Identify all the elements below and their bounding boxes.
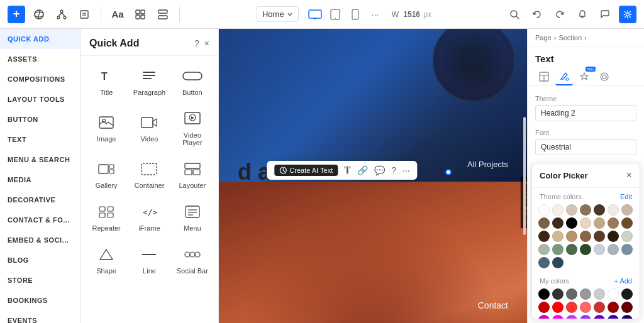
theme-color-swatch[interactable] <box>621 231 633 242</box>
add-iframe-item[interactable]: </> iFrame <box>128 197 170 238</box>
add-line-item[interactable]: Line <box>128 239 170 281</box>
theme-color-swatch[interactable] <box>580 204 591 216</box>
sidebar-item-compositions[interactable]: COMPOSITIONS <box>0 69 80 89</box>
my-color-swatch[interactable] <box>621 315 633 319</box>
add-title-item[interactable]: T Title <box>86 61 127 102</box>
tab-animate[interactable]: Beta <box>575 68 593 85</box>
font-select[interactable]: Questrial <box>535 139 636 155</box>
my-color-swatch[interactable] <box>594 315 605 319</box>
more-options-button[interactable]: ··· <box>367 6 384 23</box>
theme-color-swatch[interactable] <box>566 231 577 242</box>
theme-color-swatch[interactable] <box>538 231 550 242</box>
notifications-icon[interactable] <box>574 6 591 23</box>
theme-color-swatch[interactable] <box>608 217 619 229</box>
ai-toolbar-bold[interactable]: 𝐓 <box>344 165 351 176</box>
sidebar-item-contact[interactable]: CONTACT & FO... <box>0 210 80 230</box>
sidebar-item-bookings[interactable]: BOOKINGS <box>0 290 80 310</box>
grid-icon[interactable] <box>154 6 172 23</box>
my-color-swatch[interactable] <box>594 302 605 313</box>
theme-color-swatch[interactable] <box>566 217 577 229</box>
desktop-view-button[interactable] <box>306 6 324 23</box>
text-icon[interactable]: Aa <box>109 6 126 23</box>
search-icon[interactable] <box>506 6 523 23</box>
add-gallery-item[interactable]: Gallery <box>86 154 127 195</box>
my-color-swatch[interactable] <box>552 315 564 319</box>
ai-toolbar-link[interactable]: 🔗 <box>357 165 368 175</box>
add-color-link[interactable]: + Add <box>614 277 632 285</box>
selection-handle[interactable] <box>445 169 452 175</box>
theme-color-swatch[interactable] <box>608 244 619 255</box>
theme-color-swatch[interactable] <box>580 231 591 242</box>
theme-color-swatch[interactable] <box>621 244 633 255</box>
add-video-player-item[interactable]: Video Player <box>172 104 213 153</box>
ai-toolbar-more[interactable]: ··· <box>402 165 410 175</box>
pages-icon[interactable] <box>75 6 93 23</box>
add-repeater-item[interactable]: Repeater <box>86 197 127 238</box>
theme-color-swatch[interactable] <box>621 204 633 216</box>
theme-color-swatch[interactable] <box>580 244 591 255</box>
theme-color-swatch[interactable] <box>594 217 605 229</box>
my-color-swatch[interactable] <box>566 288 577 300</box>
chat-icon[interactable] <box>596 6 614 23</box>
my-color-swatch[interactable] <box>538 288 550 300</box>
redo-button[interactable] <box>551 6 569 23</box>
add-image-item[interactable]: Image <box>86 104 127 153</box>
my-color-swatch[interactable] <box>580 315 591 319</box>
theme-color-swatch[interactable] <box>621 217 633 229</box>
theme-color-swatch[interactable] <box>552 244 564 255</box>
theme-color-swatch[interactable] <box>566 204 577 216</box>
theme-color-swatch[interactable] <box>594 204 605 216</box>
sidebar-item-blog[interactable]: BLOG <box>0 250 80 270</box>
theme-color-swatch[interactable] <box>608 204 619 216</box>
add-shape-item[interactable]: Shape <box>86 239 127 281</box>
sidebar-item-layout-tools[interactable]: LaYout Tools <box>0 89 80 109</box>
theme-color-swatch[interactable] <box>594 244 605 255</box>
theme-color-swatch[interactable] <box>538 257 550 268</box>
my-color-swatch[interactable] <box>538 302 550 313</box>
my-color-swatch[interactable] <box>608 302 619 313</box>
ai-toolbar-comment[interactable]: 💬 <box>374 165 385 175</box>
sidebar-item-button[interactable]: BUTTON <box>0 109 80 129</box>
sidebar-item-quick-add[interactable]: Quick ADD <box>0 29 80 49</box>
sidebar-item-embed[interactable]: EMBED & SOCI... <box>0 230 80 250</box>
theme-color-swatch[interactable] <box>552 217 564 229</box>
components-icon[interactable] <box>131 6 149 23</box>
add-element-button[interactable]: + <box>8 6 25 23</box>
my-color-swatch[interactable] <box>580 288 591 300</box>
add-paragraph-item[interactable]: Paragraph <box>128 61 170 102</box>
theme-color-swatch[interactable] <box>552 257 564 268</box>
theme-color-swatch[interactable] <box>566 244 577 255</box>
theme-color-swatch[interactable] <box>594 231 605 242</box>
create-ai-text-button[interactable]: Create AI Text <box>274 165 338 176</box>
tab-design[interactable] <box>555 68 573 85</box>
page-selector[interactable]: Home <box>257 6 299 22</box>
settings-icon[interactable] <box>619 6 636 23</box>
theme-color-swatch[interactable] <box>538 217 550 229</box>
sidebar-item-text[interactable]: TEXT <box>0 129 80 150</box>
sidebar-item-events[interactable]: EVENTS <box>0 310 80 323</box>
color-picker-close-button[interactable]: × <box>626 170 632 181</box>
my-color-swatch[interactable] <box>608 288 619 300</box>
my-color-swatch[interactable] <box>580 302 591 313</box>
add-button-item[interactable]: Button <box>172 61 213 102</box>
add-container-item[interactable]: Container <box>128 154 170 195</box>
my-color-swatch[interactable] <box>621 288 633 300</box>
theme-select[interactable]: Heading 2 <box>535 105 636 121</box>
my-color-swatch[interactable] <box>621 302 633 313</box>
ai-toolbar-help[interactable]: ? <box>391 165 396 175</box>
my-color-swatch[interactable] <box>552 302 564 313</box>
add-layouter-item[interactable]: Layouter <box>172 154 213 195</box>
my-color-swatch[interactable] <box>608 315 619 319</box>
theme-color-swatch[interactable] <box>538 244 550 255</box>
canvas-area[interactable]: All Projects d a Title Create AI Text 𝐓 … <box>219 29 527 323</box>
sidebar-item-store[interactable]: STORE <box>0 270 80 290</box>
panel-help-icon[interactable]: ? <box>194 38 199 48</box>
theme-color-swatch[interactable] <box>552 231 564 242</box>
theme-color-swatch[interactable] <box>552 204 564 216</box>
undo-button[interactable] <box>528 6 546 23</box>
tab-layout[interactable] <box>535 68 553 85</box>
my-color-swatch[interactable] <box>538 315 550 319</box>
theme-color-swatch[interactable] <box>538 204 550 216</box>
hierarchy-icon[interactable] <box>53 6 70 23</box>
add-social-bar-item[interactable]: Social Bar <box>172 239 213 281</box>
